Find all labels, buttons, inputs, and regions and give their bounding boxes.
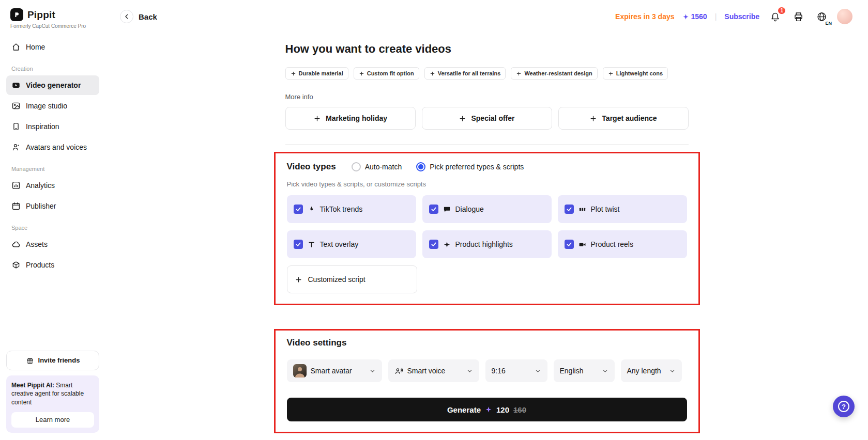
option-tiktok-trends[interactable]: TikTok trends (287, 195, 416, 223)
topbar-right: Expires in 3 days 1560 | Subscribe 1 (615, 9, 852, 24)
main: Back Expires in 3 days 1560 | Subscribe … (105, 0, 868, 440)
learn-more-button[interactable]: Learn more (11, 412, 94, 428)
person-icon (11, 143, 21, 152)
add-target-audience-button[interactable]: Target audience (558, 107, 689, 130)
brand-tagline: Formerly CapCut Commerce Pro (6, 21, 99, 29)
section-label-space: Space (11, 225, 99, 231)
promo-card: Meet Pippit AI: Smart creative agent for… (6, 375, 99, 433)
radio-auto-match[interactable]: Auto-match (352, 162, 402, 171)
dropdown-value: English (560, 367, 584, 375)
option-label: Plot twist (591, 205, 620, 213)
plus-icon (516, 71, 522, 76)
customized-script-button[interactable]: Customized script (287, 265, 417, 293)
sparkle-icon (485, 406, 492, 413)
radio-icon[interactable] (352, 162, 361, 171)
voice-dropdown[interactable]: Smart voice (388, 359, 479, 382)
generate-button[interactable]: Generate 120 160 (287, 398, 687, 421)
chip-custom-fit[interactable]: Custom fit option (354, 67, 419, 80)
invite-friends-button[interactable]: Invite friends (6, 351, 99, 370)
chip-versatile-terrains[interactable]: Versatile for all terrains (424, 67, 506, 80)
chip-label: Versatile for all terrains (438, 70, 501, 76)
chevron-down-icon (535, 368, 541, 374)
option-product-reels[interactable]: Product reels (558, 230, 687, 258)
option-text-overlay[interactable]: Text overlay (287, 230, 416, 258)
chip-lightweight[interactable]: Lightweight cons (603, 67, 668, 80)
sidebar-item-label: Inspiration (26, 122, 59, 131)
add-special-offer-button[interactable]: Special offer (422, 107, 552, 130)
brand-name: Pippit (27, 9, 55, 21)
sidebar-item-label: Publisher (26, 202, 56, 210)
sidebar-item-image-studio[interactable]: Image studio (6, 96, 99, 116)
sidebar-item-assets[interactable]: Assets (6, 234, 99, 254)
avatar-thumbnail (293, 364, 307, 378)
sidebar-item-analytics[interactable]: Analytics (6, 176, 99, 195)
plus-icon (589, 115, 597, 122)
cloud-icon (11, 240, 21, 249)
checkbox-checked[interactable] (565, 205, 574, 214)
checkbox-checked[interactable] (294, 240, 303, 249)
section-label-creation: Creation (11, 66, 99, 72)
box-icon (11, 260, 21, 270)
feature-chips: Durable material Custom fit option Versa… (285, 67, 689, 80)
sidebar-nav: Home Creation Video generator Image stud… (6, 37, 99, 275)
checkbox-checked[interactable] (429, 205, 438, 214)
option-label: TikTok trends (320, 205, 363, 213)
user-avatar[interactable] (837, 9, 852, 24)
sidebar-item-video-generator[interactable]: Video generator (6, 75, 99, 95)
chip-weather-resistant[interactable]: Weather-resistant design (511, 67, 597, 80)
film-frames-icon (578, 206, 586, 213)
printer-icon (793, 11, 804, 22)
avatar-dropdown[interactable]: Smart avatar (287, 359, 382, 382)
info-button-label: Marketing holiday (326, 114, 387, 122)
sidebar-item-home[interactable]: Home (6, 37, 99, 57)
subscribe-link[interactable]: Subscribe (724, 12, 759, 21)
option-plot-twist[interactable]: Plot twist (558, 195, 687, 223)
chevron-down-icon (369, 368, 376, 374)
pippit-logo[interactable]: Pippit (6, 7, 99, 21)
chart-icon (11, 181, 21, 190)
sidebar-item-products[interactable]: Products (6, 255, 99, 275)
orders-button[interactable] (790, 9, 806, 24)
length-dropdown[interactable]: Any length (621, 359, 682, 382)
divider: | (715, 12, 717, 21)
aspect-ratio-dropdown[interactable]: 9:16 (485, 359, 547, 382)
checkbox-checked[interactable] (429, 240, 438, 249)
chip-label: Custom fit option (367, 70, 414, 76)
credits-counter[interactable]: 1560 (682, 12, 707, 21)
check-icon (295, 206, 301, 212)
add-marketing-holiday-button[interactable]: Marketing holiday (285, 107, 416, 130)
video-types-radio-group: Auto-match Pick preferred types & script… (352, 162, 524, 171)
language-button[interactable]: EN (814, 9, 829, 24)
app: Pippit Formerly CapCut Commerce Pro Home… (0, 0, 868, 440)
chip-durable-material[interactable]: Durable material (285, 67, 348, 80)
check-icon (295, 241, 301, 247)
notifications-button[interactable]: 1 (767, 9, 783, 24)
radio-icon[interactable] (416, 162, 425, 171)
sidebar-item-avatars-voices[interactable]: Avatars and voices (6, 137, 99, 157)
sidebar-item-label: Assets (26, 240, 48, 248)
radio-label: Pick preferred types & scripts (430, 163, 524, 171)
option-product-highlights[interactable]: Product highlights (422, 230, 552, 258)
help-button[interactable]: ? (833, 396, 855, 417)
video-type-options: TikTok trends Dialogue (287, 195, 687, 258)
checkbox-checked[interactable] (294, 205, 303, 214)
home-icon (11, 42, 21, 52)
sidebar-item-publisher[interactable]: Publisher (6, 196, 99, 216)
plus-icon (359, 71, 364, 76)
invite-friends-label: Invite friends (38, 356, 80, 364)
option-dialogue[interactable]: Dialogue (422, 195, 552, 223)
plus-icon (430, 71, 435, 76)
check-icon (431, 241, 437, 247)
sidebar-item-inspiration[interactable]: Inspiration (6, 117, 99, 136)
sidebar-item-label: Image studio (26, 102, 67, 110)
sidebar-item-label: Analytics (26, 181, 55, 190)
voice-icon (394, 367, 403, 375)
notification-badge: 1 (777, 6, 786, 15)
back-button[interactable]: Back (120, 10, 157, 23)
plus-icon (459, 115, 466, 122)
checkbox-checked[interactable] (565, 240, 574, 249)
radio-pick-preferred[interactable]: Pick preferred types & scripts (416, 162, 524, 171)
language-dropdown[interactable]: English (554, 359, 615, 382)
generate-original-cost: 160 (513, 405, 526, 414)
section-divider (285, 144, 689, 145)
